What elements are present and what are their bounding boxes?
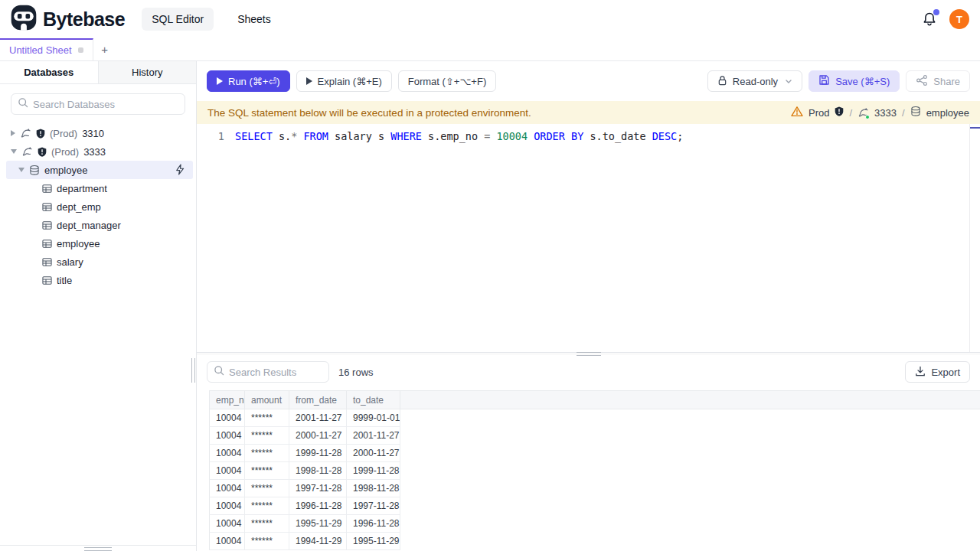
table-cell[interactable]: ****** [245, 462, 289, 480]
table-icon [42, 202, 52, 212]
sql-token-keyword: SELECT [235, 130, 273, 142]
chevron-right-icon [11, 130, 15, 136]
table-cell-filler [400, 427, 980, 445]
editor-overview-ruler-mark [970, 127, 980, 129]
table-cell[interactable]: ****** [245, 445, 289, 462]
table-cell[interactable]: 10004 [209, 427, 245, 445]
sql-editor[interactable]: 1 SELECT s.* FROM salary s WHERE s.emp_n… [197, 124, 980, 352]
sidebar-table-item-salary[interactable]: salary [0, 253, 196, 271]
table-cell[interactable]: 10004 [209, 497, 245, 515]
table-row[interactable]: 10004******1996-11-281997-11-28 [209, 497, 980, 515]
nav-sql-editor[interactable]: SQL Editor [142, 8, 214, 31]
table-cell[interactable]: 1997-11-28 [347, 497, 400, 515]
search-databases-input[interactable] [33, 99, 178, 110]
sheet-tab-bar: Untitled Sheet + [0, 38, 980, 61]
sidebar-table-item-employee[interactable]: employee [0, 234, 196, 253]
mysql-icon [20, 128, 31, 139]
editor-scrollbar[interactable] [969, 124, 970, 352]
table-cell[interactable]: ****** [245, 480, 289, 497]
tab-untitled-sheet[interactable]: Untitled Sheet [0, 38, 93, 60]
table-row[interactable]: 10004******1999-11-282000-11-27 [209, 445, 980, 462]
table-cell[interactable]: 1998-11-28 [289, 462, 347, 480]
environment-name: Prod [808, 107, 829, 119]
table-cell-filler [400, 497, 980, 515]
table-icon [42, 239, 52, 249]
table-cell[interactable]: 1995-11-29 [289, 515, 347, 533]
table-row[interactable]: 10004******2000-11-272001-11-27 [209, 427, 980, 445]
database-search[interactable] [11, 93, 185, 115]
new-sheet-button[interactable]: + [93, 38, 116, 60]
nav-sheets[interactable]: Sheets [227, 8, 281, 31]
table-cell[interactable]: 2001-11-27 [289, 409, 347, 427]
sidebar-table-item-dept_emp[interactable]: dept_emp [0, 197, 196, 216]
search-icon [18, 97, 28, 111]
table-cell[interactable]: 2000-11-27 [347, 445, 400, 462]
table-cell[interactable]: ****** [245, 409, 289, 427]
sidebar-bottom-resize-handle[interactable] [84, 547, 112, 551]
row-count: 16 rows [338, 367, 374, 378]
instance-item-3333[interactable]: (Prod) 3333 [0, 142, 196, 161]
sidebar-resize-handle[interactable] [191, 358, 195, 383]
table-cell[interactable]: 1996-11-28 [289, 497, 347, 515]
search-results-input[interactable] [229, 367, 322, 378]
share-button[interactable]: Share [906, 70, 970, 92]
tab-history[interactable]: History [98, 61, 197, 83]
table-row[interactable]: 10004******2001-11-279999-01-01 [209, 409, 980, 427]
table-row[interactable]: 10004******1997-11-281998-11-28 [209, 480, 980, 497]
table-cell[interactable]: 10004 [209, 533, 245, 550]
table-cell[interactable]: 10004 [209, 480, 245, 497]
run-label: Run (⌘+⏎) [228, 76, 280, 87]
column-header-emp_no[interactable]: emp_no [209, 390, 245, 409]
instance-name[interactable]: 3333 [874, 107, 897, 119]
database-name[interactable]: employee [926, 107, 969, 119]
user-avatar[interactable]: T [949, 9, 969, 29]
table-cell[interactable]: 2000-11-27 [289, 427, 347, 445]
database-item-employee[interactable]: employee [6, 161, 193, 179]
table-cell[interactable]: 10004 [209, 409, 245, 427]
column-header-from_date[interactable]: from_date [289, 390, 347, 409]
instance-item-3310[interactable]: (Prod) 3310 [0, 124, 196, 142]
bytebase-logo[interactable]: Bytebase [11, 5, 125, 34]
table-row[interactable]: 10004******1998-11-281999-11-28 [209, 462, 980, 480]
table-cell[interactable]: 1996-11-28 [347, 515, 400, 533]
table-cell[interactable]: 1998-11-28 [347, 480, 400, 497]
readonly-mode-dropdown[interactable]: Read-only [707, 70, 802, 92]
bytebase-logo-icon [11, 5, 37, 34]
export-button[interactable]: Export [905, 361, 970, 383]
panel-resize-handle[interactable] [577, 352, 601, 356]
run-button[interactable]: Run (⌘+⏎) [207, 70, 290, 92]
download-icon [915, 366, 926, 379]
table-row[interactable]: 10004******1995-11-291996-11-28 [209, 515, 980, 533]
results-search[interactable] [207, 361, 329, 383]
table-row[interactable]: 10004******1994-11-291995-11-29 [209, 533, 980, 550]
results-header-row: emp_noamountfrom_dateto_date [209, 390, 980, 409]
format-button[interactable]: Format (⇧+⌥+F) [398, 70, 496, 92]
table-cell[interactable]: 1999-11-28 [347, 462, 400, 480]
table-cell[interactable]: 10004 [209, 462, 245, 480]
notification-bell-icon[interactable] [922, 11, 937, 27]
table-cell[interactable]: ****** [245, 533, 289, 550]
column-header-amount[interactable]: amount [245, 390, 289, 409]
table-cell[interactable]: 1994-11-29 [289, 533, 347, 550]
table-cell[interactable]: 10004 [209, 445, 245, 462]
table-cell[interactable]: 1999-11-28 [289, 445, 347, 462]
save-button[interactable]: Save (⌘+S) [808, 70, 900, 92]
explain-button[interactable]: Explain (⌘+E) [296, 70, 392, 92]
table-cell[interactable]: 2001-11-27 [347, 427, 400, 445]
table-cell[interactable]: 9999-01-01 [347, 409, 400, 427]
table-cell[interactable]: ****** [245, 427, 289, 445]
table-cell[interactable]: ****** [245, 515, 289, 533]
sidebar-table-item-department[interactable]: department [0, 179, 196, 197]
lightning-icon[interactable] [175, 164, 185, 175]
sidebar-table-item-dept_manager[interactable]: dept_manager [0, 216, 196, 234]
sidebar-table-item-title[interactable]: title [0, 271, 196, 289]
tab-databases[interactable]: Databases [0, 61, 98, 83]
sql-code-line[interactable]: SELECT s.* FROM salary s WHERE s.emp_no … [229, 129, 980, 352]
table-cell[interactable]: 1995-11-29 [347, 533, 400, 550]
table-cell[interactable]: 10004 [209, 515, 245, 533]
table-cell[interactable]: ****** [245, 497, 289, 515]
shield-icon [36, 129, 45, 139]
table-cell[interactable]: 1997-11-28 [289, 480, 347, 497]
column-header-to_date[interactable]: to_date [347, 390, 400, 409]
sql-token-plain: ; [677, 130, 683, 142]
